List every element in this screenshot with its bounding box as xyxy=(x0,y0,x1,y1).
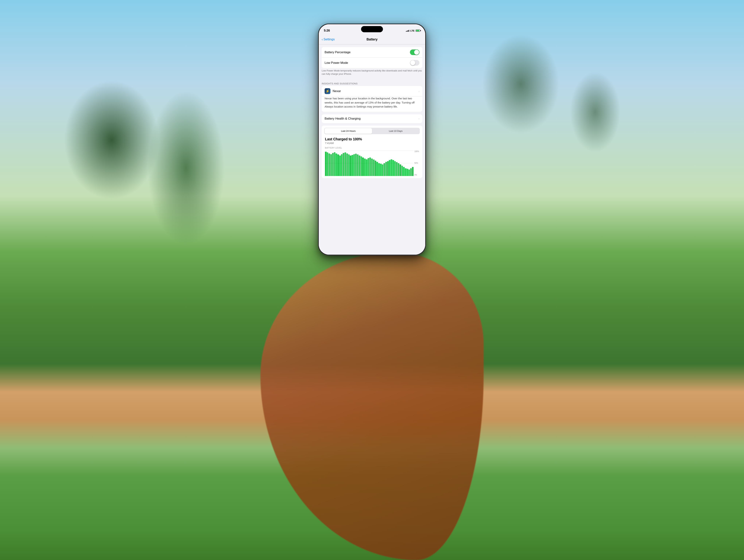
chart-bar xyxy=(403,167,405,176)
chart-bar xyxy=(344,152,346,176)
tab-last-10d[interactable]: Last 10 Days xyxy=(372,128,419,134)
toggle-knob xyxy=(414,50,419,55)
battery-status-icon xyxy=(416,30,420,32)
chart-container: 100% 50% 0% xyxy=(325,150,419,176)
nav-bar: ‹ Settings Battery xyxy=(319,34,425,44)
time-filter-tabs: Last 24 Hours Last 10 Days xyxy=(324,128,420,134)
chart-bar xyxy=(362,158,364,176)
chart-bar xyxy=(400,164,401,176)
chart-bar xyxy=(376,162,378,176)
toggle-knob-2 xyxy=(410,61,415,65)
chart-bar xyxy=(383,163,385,176)
chart-bar xyxy=(350,156,351,176)
chart-bar xyxy=(393,160,394,176)
chart-y-labels: 100% 50% 0% xyxy=(414,150,419,176)
chart-bar xyxy=(348,154,350,176)
chart-bar xyxy=(407,169,408,176)
chart-bar xyxy=(361,156,362,176)
signal-bar-2 xyxy=(407,31,407,32)
last-charged-info: Last Charged to 100% 7:41AM xyxy=(324,137,420,147)
status-right-icons: LTE xyxy=(406,29,420,32)
chart-bar xyxy=(394,161,396,176)
chart-bar xyxy=(332,153,334,176)
signal-bar-1 xyxy=(406,31,406,32)
chart-bar xyxy=(336,154,337,176)
low-power-mode-label: Low Power Mode xyxy=(325,61,410,65)
last-charged-time: 7:41AM xyxy=(325,142,419,145)
battery-percentage-row: Battery Percentage xyxy=(322,47,422,57)
chart-bar xyxy=(382,164,383,176)
chart-bar xyxy=(398,163,399,176)
lte-label: LTE xyxy=(410,29,414,32)
chart-bar xyxy=(387,161,389,176)
chart-bar xyxy=(325,152,327,176)
chart-bar xyxy=(401,166,403,176)
chart-bar xyxy=(341,154,343,176)
nexar-label: Nexar xyxy=(333,89,418,93)
nexar-chevron-icon: › xyxy=(418,90,419,93)
chart-bar xyxy=(330,154,332,176)
signal-bar-3 xyxy=(408,30,408,32)
nexar-row[interactable]: ⚡ Nexar › xyxy=(322,86,422,96)
nexar-app-icon: ⚡ xyxy=(325,88,330,94)
battery-health-row[interactable]: Battery Health & Charging › xyxy=(322,114,422,123)
signal-bars-icon xyxy=(406,30,409,32)
y-label-100: 100% xyxy=(414,150,419,152)
battery-percentage-label: Battery Percentage xyxy=(325,50,410,54)
phone-frame: 5:26 LTE ‹ S xyxy=(318,24,426,255)
phone-wrapper: 5:26 LTE ‹ S xyxy=(318,24,426,255)
chart-bar xyxy=(385,162,387,176)
chart-bar xyxy=(378,163,380,176)
nav-title: Battery xyxy=(367,38,377,41)
chart-bar xyxy=(327,152,328,176)
battery-level-chart: BATTERY LEVEL xyxy=(324,147,420,176)
chart-bar xyxy=(354,154,355,176)
chart-bar xyxy=(373,160,375,176)
chart-bar xyxy=(346,154,348,176)
tab-last-24h[interactable]: Last 24 Hours xyxy=(325,128,372,134)
chart-bar xyxy=(359,156,360,176)
chart-bar xyxy=(371,159,373,176)
chart-bar xyxy=(405,168,406,176)
chart-bar xyxy=(412,167,414,176)
chart-bar xyxy=(337,154,339,176)
chart-bar xyxy=(364,159,366,176)
chart-bar xyxy=(380,164,382,176)
low-power-description: Low Power Mode temporarily reduces backg… xyxy=(319,68,425,78)
content-area: Battery Percentage Low Power Mode Low Po… xyxy=(319,44,425,255)
insights-card: ⚡ Nexar › Nexar has been using your loca… xyxy=(322,86,422,112)
y-label-0: 0% xyxy=(414,174,419,176)
back-label: Settings xyxy=(324,38,335,41)
chart-bar xyxy=(334,152,336,176)
separator-2 xyxy=(319,123,425,126)
chart-bar xyxy=(408,169,410,176)
low-power-mode-toggle[interactable] xyxy=(410,60,419,66)
battery-health-chevron-icon: › xyxy=(418,117,419,120)
insights-header: INSIGHTS AND SUGGESTIONS xyxy=(319,78,425,86)
chart-bar xyxy=(369,158,371,176)
chart-bar xyxy=(355,154,357,176)
chart-bar xyxy=(343,153,344,176)
chart-bar xyxy=(351,155,353,176)
chart-bar xyxy=(389,160,390,176)
battery-fill xyxy=(416,30,419,31)
separator-1 xyxy=(319,112,425,114)
battery-percentage-section: Battery Percentage Low Power Mode xyxy=(322,47,422,68)
back-chevron-icon: ‹ xyxy=(322,38,323,41)
back-button[interactable]: ‹ Settings xyxy=(322,38,335,41)
chart-bar xyxy=(357,154,359,176)
chart-bars xyxy=(325,150,419,176)
chart-bar xyxy=(410,168,412,176)
nexar-bolt-icon: ⚡ xyxy=(326,89,330,93)
phone-screen: 5:26 LTE ‹ S xyxy=(319,24,425,255)
status-time: 5:26 xyxy=(324,29,330,33)
dynamic-island xyxy=(361,26,383,32)
battery-percentage-toggle[interactable] xyxy=(410,49,419,55)
chart-bar xyxy=(366,159,367,176)
y-label-50: 50% xyxy=(414,162,419,164)
last-charged-title: Last Charged to 100% xyxy=(325,137,419,141)
chart-label: BATTERY LEVEL xyxy=(325,147,419,149)
chart-bar xyxy=(339,156,341,176)
usage-chart-card: Last 24 Hours Last 10 Days Last Charged … xyxy=(322,126,422,178)
chart-bar xyxy=(396,162,398,176)
